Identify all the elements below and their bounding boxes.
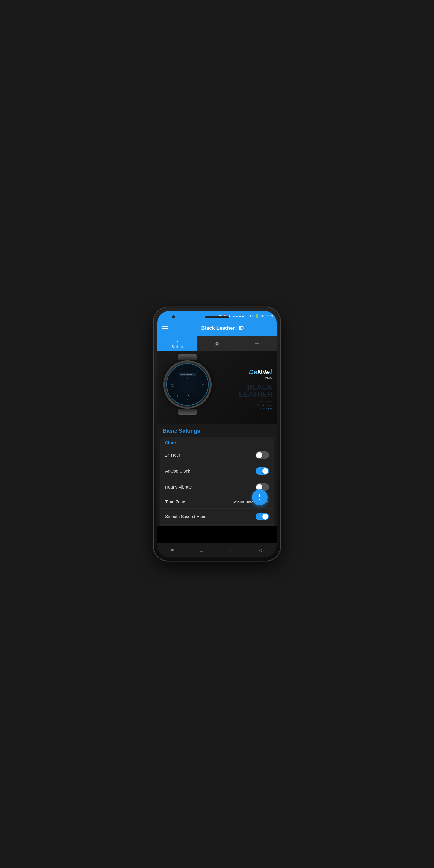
toggle-knob-smoothsecond xyxy=(262,514,268,520)
brand-sub3: & Widget xyxy=(257,407,273,410)
watch-num-11: 11 xyxy=(193,367,195,369)
watch-num-8: 8 xyxy=(170,379,172,381)
setting-row-smoothsecond: Smooth Second Hand xyxy=(160,508,274,524)
label-24hour: 24 Hour xyxy=(165,453,180,458)
brand-de: De xyxy=(249,368,257,376)
brand-leather: LEATHER xyxy=(239,391,273,398)
setting-row-24hour: 24 Hour xyxy=(160,447,274,463)
label-analogclock: Analog Clock xyxy=(165,469,190,473)
watch-num-5: 5 xyxy=(187,399,188,401)
tab-settings[interactable]: ✂ Settings xyxy=(157,336,197,351)
fab-sub-icon: ▾ xyxy=(259,498,261,501)
brand-excl: ! xyxy=(270,367,273,376)
toggle-analogclock[interactable] xyxy=(255,467,269,475)
signal-icon: ▲▲▲▲ xyxy=(233,314,245,318)
fab-icon: ⬆ xyxy=(258,493,261,498)
nav-square-button[interactable]: □ xyxy=(198,545,206,555)
watch-num-2: 2 xyxy=(203,379,204,381)
toggle-knob-24hour xyxy=(256,452,262,458)
toggle-knob-analogclock xyxy=(262,468,268,474)
watch-num-7: 7 xyxy=(172,388,173,390)
watch-date2: 29 xyxy=(187,378,188,380)
watch-bat2: 100% xyxy=(171,385,174,387)
category-clock: Clock xyxy=(160,437,274,447)
setting-row-digitalclock: Digital Clock xyxy=(160,524,274,526)
nav-home-button[interactable]: ○ xyxy=(227,544,236,555)
section-title: Basic Settings xyxy=(157,424,277,437)
tab-settings-label: Settings xyxy=(172,345,183,348)
watch-icon: ◎ xyxy=(215,341,219,347)
time-display: 10:27 AM xyxy=(260,314,273,318)
brand-title: BLACK LEATHER xyxy=(239,384,273,398)
watch-band-top xyxy=(179,354,196,361)
menu-button[interactable] xyxy=(161,326,167,330)
fab-button[interactable]: ⬆ ▾ xyxy=(252,490,268,505)
speaker xyxy=(205,316,229,318)
brand-nite: Nite xyxy=(257,368,270,376)
app-bar: Black Leather HD xyxy=(157,321,277,336)
watch-num-9: 9 xyxy=(176,370,177,372)
tab-info[interactable]: ☰ xyxy=(237,336,277,351)
battery-icon: 🔋 xyxy=(255,314,259,318)
settings-content: Basic Settings Clock 24 Hour Analo xyxy=(157,424,277,526)
watch-stats-left: 97% 100% xyxy=(171,384,174,387)
watch-preview: 12 1 2 3 4 5 6 7 8 9 10 xyxy=(157,351,277,424)
tab-bar: ✂ Settings ◎ ☰ xyxy=(157,336,277,351)
watch-weather: 13° xyxy=(202,384,204,385)
label-hourlyvibrate: Hourly Vibrate xyxy=(165,485,192,490)
brand-sub1: Interactive xyxy=(257,400,273,403)
watch-num-10: 10 xyxy=(181,367,182,369)
tab-watch[interactable]: ◎ xyxy=(197,336,237,351)
brand-subtitle: Interactive Watch Face & Widget xyxy=(257,400,273,410)
setting-row-analogclock: Analog Clock xyxy=(160,463,274,479)
watch-num-1: 1 xyxy=(197,370,198,372)
watch-stats-right: 13° xyxy=(202,384,204,385)
phone-screen: ✱ ⏰ ▲ ▲▲▲▲ 100% 🔋 10:27 AM Black Leather… xyxy=(157,311,277,557)
camera xyxy=(172,315,175,318)
phone-device: ✱ ⏰ ▲ ▲▲▲▲ 100% 🔋 10:27 AM Black Leather… xyxy=(154,307,280,561)
app-title: Black Leather HD xyxy=(173,325,273,331)
settings-card: Clock 24 Hour Analog Clock xyxy=(160,437,274,526)
battery-text: 100% xyxy=(246,314,254,318)
nav-recent-button[interactable]: ■ xyxy=(168,544,176,555)
toggle-24hour[interactable] xyxy=(255,452,269,459)
info-icon: ☰ xyxy=(255,341,259,347)
brand-sub2: Watch Face xyxy=(257,403,273,407)
nav-bar: ■ □ ○ ◁ xyxy=(157,542,277,557)
watch-num-3: 3 xyxy=(203,388,204,390)
label-timezone1: Time Zone xyxy=(165,499,185,504)
toggle-knob-hourlyvibrate xyxy=(256,484,262,490)
watch-date: Thursday May, 17 xyxy=(179,373,196,375)
watch-num-12: 12 xyxy=(187,367,188,368)
nav-back-button[interactable]: ◁ xyxy=(257,544,266,556)
watch-band-bottom xyxy=(179,409,196,415)
watch-time: 10:27 xyxy=(184,394,191,397)
status-bar: ✱ ⏰ ▲ ▲▲▲▲ 100% 🔋 10:27 AM xyxy=(157,311,277,321)
watch-dial: 12 1 2 3 4 5 6 7 8 9 10 xyxy=(166,364,209,406)
label-smoothsecond: Smooth Second Hand xyxy=(165,514,207,519)
settings-icon: ✂ xyxy=(176,339,179,344)
watch-num-4: 4 xyxy=(197,395,198,397)
app-screen: ✱ ⏰ ▲ ▲▲▲▲ 100% 🔋 10:27 AM Black Leather… xyxy=(157,311,277,557)
watch-face-container: 12 1 2 3 4 5 6 7 8 9 10 xyxy=(160,354,215,421)
watch-num-6: 6 xyxy=(177,395,178,397)
toggle-smoothsecond[interactable] xyxy=(255,513,269,520)
watch-case: 12 1 2 3 4 5 6 7 8 9 10 xyxy=(163,361,212,409)
brand-area: DeNite! Appz BLACK LEATHER Interactive W… xyxy=(218,354,273,424)
brand-appz: Appz xyxy=(249,375,273,379)
